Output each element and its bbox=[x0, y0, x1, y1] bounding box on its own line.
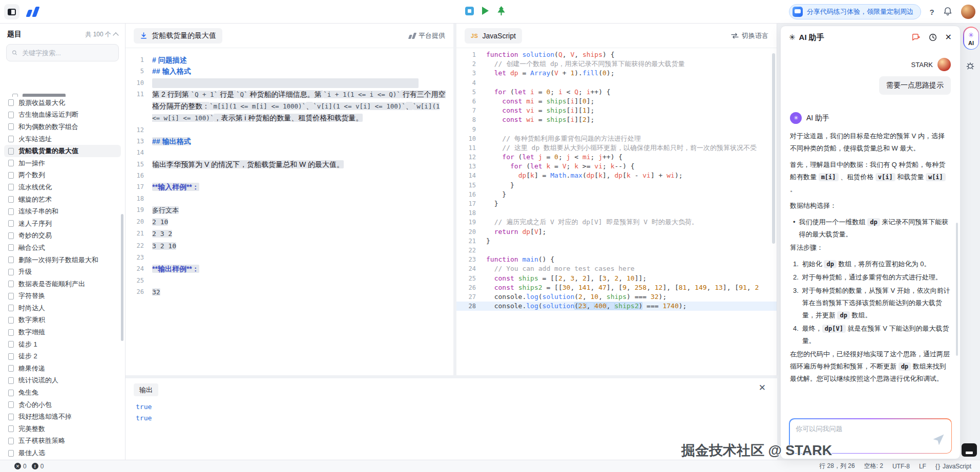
encoding[interactable]: UTF-8 bbox=[892, 463, 910, 470]
code-line[interactable]: 24 // You can add more test cases here bbox=[456, 264, 777, 273]
problem-line[interactable]: 1# 问题描述 bbox=[126, 54, 453, 66]
code-line[interactable]: 1function solution(Q, V, ships) { bbox=[456, 50, 777, 59]
problem-line[interactable]: 15输出李华预算为 V 的情况下，货船载货量总和 W 的最大值。 bbox=[126, 159, 453, 170]
sidebar-item[interactable]: 流水线优化 bbox=[4, 181, 121, 194]
sidebar-item[interactable]: 奇妙的交易 bbox=[4, 230, 121, 242]
code-line[interactable]: 4 bbox=[456, 78, 777, 88]
editor-scrollbar[interactable] bbox=[772, 53, 775, 244]
language-tab[interactable]: JS JavaScript bbox=[465, 28, 522, 44]
code-line[interactable]: 28 console.log(solution(23, 400, ships2)… bbox=[456, 302, 777, 311]
code-line[interactable]: 22 bbox=[456, 246, 777, 255]
problem-line[interactable]: 17**输入样例**： bbox=[126, 181, 453, 192]
sidebar-item[interactable]: 删除一次得到子数组最大和 bbox=[4, 254, 121, 266]
sidebar-item[interactable]: 和为偶数的数字组合 bbox=[4, 121, 121, 133]
code-line[interactable]: 27 console.log(solution(2, 10, ships) ==… bbox=[456, 292, 777, 302]
problem-line[interactable]: 25 bbox=[126, 275, 453, 286]
sidebar-item[interactable]: 徒步 2 bbox=[4, 350, 121, 362]
sidebar-item[interactable]: 螺旋的艺术 bbox=[4, 194, 121, 206]
problem-line[interactable]: 2632 bbox=[126, 286, 453, 298]
ai-scrollbar[interactable] bbox=[956, 223, 958, 356]
sidebar-item[interactable]: 股票收益最大化 bbox=[4, 97, 121, 109]
sidebar-item[interactable]: 统计说谎的人 bbox=[4, 375, 121, 387]
sidebar-item[interactable]: 徒步 1 bbox=[4, 338, 121, 351]
close-icon[interactable]: ✕ bbox=[759, 383, 766, 392]
code-line[interactable]: 16 } bbox=[456, 190, 777, 199]
problem-line[interactable]: 223 2 10 bbox=[126, 240, 453, 252]
sidebar-item[interactable]: 数字乘积 bbox=[4, 314, 121, 327]
sidebar-item[interactable]: 我好想逃却逃不掉 bbox=[4, 411, 121, 423]
code-line[interactable]: 9 bbox=[456, 125, 777, 134]
sidebar-item[interactable]: 货船载货量的最大值 bbox=[4, 145, 121, 157]
problem-line[interactable]: 18 bbox=[126, 193, 453, 204]
problem-line[interactable]: 212 3 2 bbox=[126, 228, 453, 240]
code-line[interactable]: 25 const ships = [[2, 3, 2], [3, 2, 10]]… bbox=[456, 274, 777, 283]
notification-bell-icon[interactable] bbox=[943, 6, 953, 18]
problem-line[interactable]: 5## 输入格式 bbox=[126, 66, 453, 77]
sidebar-item[interactable]: 融合公式 bbox=[4, 242, 121, 254]
send-icon[interactable] bbox=[931, 433, 946, 448]
problem-count[interactable]: 共 100 个 bbox=[85, 30, 118, 39]
code-line[interactable]: 21} bbox=[456, 237, 777, 246]
error-count[interactable]: ✕0 bbox=[14, 463, 27, 470]
panel-layout-button[interactable] bbox=[465, 7, 474, 15]
sidebar-item[interactable]: 五子棋获胜策略 bbox=[4, 435, 121, 447]
code-line[interactable]: 5 for (let i = 0; i < Q; i++) { bbox=[456, 88, 777, 97]
keyboard-icon[interactable] bbox=[962, 443, 977, 457]
sidebar-item[interactable]: 时尚达人 bbox=[4, 302, 121, 314]
language-mode[interactable]: {}JavaScript bbox=[935, 463, 971, 470]
code-line[interactable]: 14 dp[k] = Math.max(dp[k], dp[k - vi] + … bbox=[456, 171, 777, 180]
code-line[interactable]: 7 const vi = ships[i][1]; bbox=[456, 106, 777, 115]
eol-type[interactable]: LF bbox=[919, 463, 926, 470]
sidebar-item[interactable]: 两个数列 bbox=[4, 169, 121, 182]
warning-count[interactable]: !0 bbox=[32, 463, 44, 470]
debug-run-button[interactable] bbox=[497, 6, 506, 15]
debug-bug-icon[interactable] bbox=[965, 60, 975, 72]
sidebar-item[interactable]: 字符替换 bbox=[4, 290, 121, 303]
sidebar-item[interactable]: 数据表是否能顺利产出 bbox=[4, 278, 121, 290]
search-box[interactable] bbox=[6, 44, 119, 61]
marscode-logo-icon[interactable] bbox=[26, 7, 39, 17]
code-line[interactable]: 10 // 每种货船利用多重背包问题的方法进行处理 bbox=[456, 134, 777, 143]
sidebar-item[interactable]: 数字增殖 bbox=[4, 326, 121, 338]
share-banner[interactable]: 分享代码练习体验，领限量定制周边 bbox=[789, 4, 921, 19]
problem-line[interactable]: 12 bbox=[126, 124, 453, 136]
code-line[interactable]: 18 bbox=[456, 208, 777, 218]
code-line[interactable]: 15 } bbox=[456, 181, 777, 190]
sidebar-item[interactable]: 火车站选址 bbox=[4, 133, 121, 145]
switch-language-button[interactable]: 切换语言 bbox=[731, 31, 768, 40]
sidebar-item[interactable]: 糖果传递 bbox=[4, 362, 121, 375]
code-line[interactable]: 23function main() { bbox=[456, 255, 777, 264]
search-input[interactable] bbox=[21, 49, 113, 57]
ai-rail-button[interactable]: ✳ AI bbox=[963, 27, 979, 50]
code-line[interactable]: 19 // 遍历完成之后 V 对应的 dp[V] 即是预算到 V 时的最大负荷。 bbox=[456, 218, 777, 227]
sidebar-item[interactable]: 兔生兔 bbox=[4, 387, 121, 399]
history-icon[interactable] bbox=[928, 33, 937, 42]
problem-title-tab[interactable]: 货船载货量的最大值 bbox=[134, 28, 222, 44]
sidebar-item[interactable]: 加一操作 bbox=[4, 157, 121, 169]
sidebar-item[interactable]: 迷人子序列 bbox=[4, 218, 121, 230]
code-line[interactable]: 13 for (let k = V; k >= vi; k--) { bbox=[456, 162, 777, 171]
problem-line[interactable]: 14 bbox=[126, 147, 453, 158]
indentation[interactable]: 空格: 2 bbox=[864, 462, 883, 470]
code-lines[interactable]: 1function solution(Q, V, ships) {2 // 创建… bbox=[456, 48, 777, 375]
problem-line[interactable]: 23 bbox=[126, 252, 453, 263]
code-line[interactable]: 20 return dp[V]; bbox=[456, 227, 777, 237]
cursor-position[interactable]: 行 28，列 26 bbox=[819, 462, 854, 470]
code-line[interactable]: 3 let dp = Array(V + 1).fill(0); bbox=[456, 69, 777, 78]
sidebar-item[interactable]: 连续子串的和 bbox=[4, 205, 121, 218]
code-line[interactable]: 26 const ships2 = [[30, 141, 47], [9, 25… bbox=[456, 283, 777, 292]
problem-line[interactable]: 13## 输出格式 bbox=[126, 136, 453, 147]
code-line[interactable]: 8 const wi = ships[i][2]; bbox=[456, 115, 777, 124]
new-chat-icon[interactable] bbox=[911, 33, 921, 42]
sidebar-item[interactable]: 贪心的小包 bbox=[4, 399, 121, 411]
output-tab[interactable]: 输出 bbox=[134, 383, 158, 396]
problem-line[interactable]: 24**输出样例**： bbox=[126, 263, 453, 274]
code-line[interactable]: 11 // 这里 dp 数组要从大到小循环更新，以确保使用本船只时，前一次的预算… bbox=[456, 143, 777, 153]
problem-line[interactable]: 10 bbox=[126, 77, 453, 89]
sidebar-item[interactable]: 古生物血缘远近判断 bbox=[4, 109, 121, 121]
sidebar-collapse-button[interactable] bbox=[4, 4, 19, 19]
code-line[interactable]: 17 } bbox=[456, 199, 777, 208]
problem-line[interactable]: 11第 2 行到第 `Q + 1` 行是 `Q` 种货船的详细信息。第 `i +… bbox=[126, 89, 453, 124]
problem-line[interactable]: 202 10 bbox=[126, 216, 453, 228]
problem-line[interactable]: 19多行文本 bbox=[126, 204, 453, 216]
